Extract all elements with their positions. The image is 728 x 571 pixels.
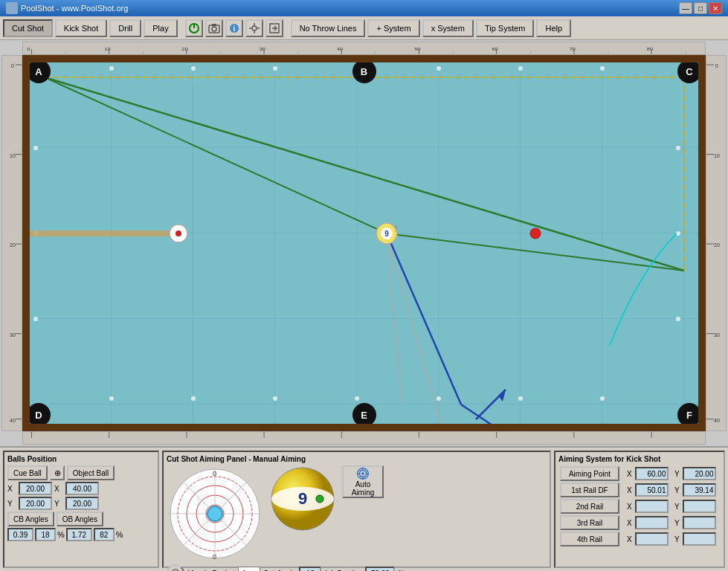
- pool-table-surface[interactable]: 9 ? A: [30, 62, 698, 424]
- first-rail-x[interactable]: [635, 483, 669, 497]
- cut-angle-value[interactable]: [299, 567, 321, 571]
- third-rail-x[interactable]: [635, 516, 669, 529]
- pocket-b-label: B: [361, 66, 367, 77]
- svg-text:9: 9: [298, 489, 307, 508]
- balls-position-title: Balls Position: [7, 455, 155, 463]
- object-ball-x-input[interactable]: [65, 482, 99, 495]
- svg-point-135: [361, 472, 364, 475]
- window-controls: — □ ✕: [679, 2, 722, 14]
- pocket-c-label: C: [686, 66, 692, 77]
- auto-aiming-area: Auto Aiming: [342, 465, 384, 498]
- svg-text:30: 30: [260, 46, 265, 51]
- help-button[interactable]: Help: [536, 19, 571, 37]
- svg-text:40: 40: [337, 46, 343, 51]
- table-row: Aiming Point X Y: [558, 465, 721, 482]
- second-rail-y[interactable]: [683, 500, 716, 513]
- cut-shot-button[interactable]: Cut Shot: [3, 19, 53, 37]
- camera-icon-button[interactable]: [205, 19, 223, 37]
- kick-panel-title: Aiming System for Kick Shot: [558, 455, 721, 463]
- first-rail-df-button[interactable]: 1st Rail DF: [560, 483, 619, 497]
- power-icon-button[interactable]: [185, 19, 203, 37]
- fourth-rail-button[interactable]: 4th Rail: [560, 532, 619, 546]
- overlap-value[interactable]: [365, 567, 395, 571]
- auto-label: Auto: [355, 480, 371, 488]
- kick-shot-panel: Aiming System for Kick Shot Aiming Point…: [554, 451, 725, 568]
- third-rail-y[interactable]: [683, 516, 716, 529]
- aiming-point-button[interactable]: Aiming Point: [560, 466, 619, 481]
- svg-text:0: 0: [715, 62, 718, 69]
- angle1-input: [7, 528, 33, 541]
- ball-preview-svg: 9: [269, 465, 336, 532]
- pocket-a-label: A: [35, 66, 42, 77]
- first-rail-y[interactable]: [683, 483, 716, 497]
- svg-text:i: i: [233, 25, 235, 33]
- x-label-obj: X: [54, 485, 63, 493]
- svg-text:?: ?: [393, 225, 398, 233]
- second-rail-button[interactable]: 2nd Rail: [560, 499, 619, 514]
- aiming-point-x[interactable]: [635, 467, 669, 480]
- move-icon-button[interactable]: ⊕: [50, 465, 65, 480]
- svg-text:0: 0: [27, 46, 30, 51]
- drill-button[interactable]: Drill: [109, 19, 141, 37]
- svg-point-85: [191, 396, 196, 401]
- cb-angles-button[interactable]: CB Angles: [7, 512, 54, 526]
- aiming-diagram[interactable]: 0 0: [167, 465, 263, 562]
- aiming-panel-title: Cut Shot Aiming Panel - Manual Aiming: [167, 455, 547, 463]
- svg-point-93: [33, 317, 38, 321]
- settings-icon-button[interactable]: [245, 19, 263, 37]
- no-throw-lines-button[interactable]: No Throw Lines: [291, 19, 366, 37]
- percent2-input: [94, 528, 115, 541]
- ruler-top: 0 10 20 30 40 50 60 70 80: [22, 42, 706, 55]
- title-text: PoolShot - www.PoolShot.org: [21, 4, 128, 13]
- svg-point-86: [273, 396, 277, 401]
- svg-point-3: [212, 27, 216, 31]
- main-content: 0 10 20 30 40 50 60 70 80: [0, 40, 728, 571]
- pocket-select[interactable]: A: [238, 567, 260, 571]
- ruler-bottom: [22, 431, 706, 445]
- close-button[interactable]: ✕: [709, 2, 722, 14]
- svg-text:0: 0: [11, 62, 14, 69]
- kick-shot-button[interactable]: Kick Shot: [55, 19, 107, 37]
- minimize-button[interactable]: —: [679, 2, 692, 14]
- svg-text:30: 30: [10, 332, 16, 338]
- toolbar: Cut Shot Kick Shot Drill Play i No Throw…: [0, 16, 728, 40]
- aiming-point-y[interactable]: [683, 467, 716, 480]
- svg-text:0: 0: [213, 470, 216, 477]
- second-rail-x[interactable]: [635, 500, 669, 513]
- aiming-bottom-controls: Margin Pocket A Cut-Angle ° ° Overlap %: [167, 564, 547, 571]
- svg-rect-64: [23, 432, 705, 445]
- cue-ball-button[interactable]: Cue Ball: [7, 465, 48, 480]
- fourth-rail-x[interactable]: [635, 532, 669, 546]
- aiming-tool-icon-button[interactable]: [167, 564, 184, 571]
- object-ball-y-input[interactable]: [65, 497, 99, 510]
- svg-point-87: [355, 396, 359, 401]
- ob-angles-button[interactable]: OB Angles: [57, 512, 103, 526]
- info-icon-button[interactable]: i: [225, 19, 243, 37]
- title-bar: PoolShot - www.PoolShot.org — □ ✕: [0, 0, 728, 16]
- svg-text:0: 0: [213, 553, 216, 561]
- svg-text:40: 40: [714, 417, 720, 424]
- table-row: 1st Rail DF X Y: [558, 482, 721, 498]
- export-icon-button[interactable]: [265, 19, 283, 37]
- cue-ball-y-input[interactable]: [19, 497, 52, 510]
- object-ball-button[interactable]: Object Ball: [67, 465, 115, 480]
- auto-aiming-button[interactable]: Auto Aiming: [342, 465, 384, 498]
- svg-point-89: [518, 396, 523, 401]
- pool-table-frame[interactable]: 9 ? A: [22, 55, 706, 431]
- svg-text:50: 50: [414, 46, 420, 51]
- x-system-button[interactable]: x System: [422, 19, 474, 37]
- third-rail-button[interactable]: 3rd Rail: [560, 515, 619, 530]
- svg-point-84: [109, 396, 114, 401]
- percent1-input: [35, 528, 56, 541]
- svg-text:10: 10: [714, 152, 720, 159]
- x-label-cue: X: [7, 485, 16, 493]
- table-wrapper: 0 10 20 30 40 50 60 70 80: [1, 42, 727, 445]
- play-button[interactable]: Play: [144, 19, 177, 37]
- fourth-rail-y[interactable]: [683, 532, 716, 546]
- svg-point-82: [518, 66, 523, 71]
- tip-system-button[interactable]: Tip System: [476, 19, 535, 37]
- plus-system-button[interactable]: + System: [367, 19, 419, 37]
- table-row: 2nd Rail X Y: [558, 498, 721, 514]
- maximize-button[interactable]: □: [694, 2, 707, 14]
- cue-ball-x-input[interactable]: [19, 482, 52, 495]
